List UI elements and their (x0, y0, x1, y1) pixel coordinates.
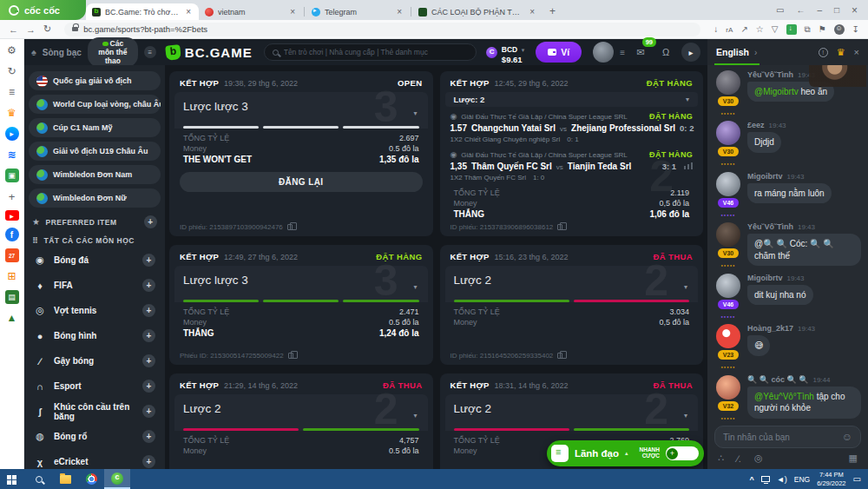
commands-icon[interactable] (737, 453, 741, 464)
notifications-icon[interactable] (656, 43, 675, 62)
chevron-right-icon[interactable] (754, 48, 757, 57)
chat-toggle-icon[interactable] (681, 43, 700, 62)
sport-item[interactable]: Bóng đá (29, 248, 161, 273)
sport-item[interactable]: Vợt tennis (29, 298, 161, 323)
close-tab-icon[interactable]: × (395, 7, 404, 17)
reload-button[interactable] (43, 23, 51, 35)
calendar-icon[interactable] (5, 248, 19, 262)
leaderboard-icon[interactable] (837, 47, 845, 58)
expand-caret-icon[interactable] (413, 412, 417, 420)
bet-summary-panel[interactable]: Lược lược 3 3 (174, 92, 428, 129)
league-item[interactable]: Quốc gia giải vô địch (29, 71, 161, 90)
notification-center-icon[interactable] (853, 474, 861, 484)
search-input[interactable] (284, 48, 468, 56)
crown-icon[interactable] (5, 106, 19, 120)
expand-sport-button[interactable] (142, 405, 155, 418)
collapse-caret-icon[interactable] (686, 96, 689, 103)
avatar[interactable] (716, 70, 740, 95)
maximize-button[interactable] (834, 5, 839, 15)
bet-summary-panel[interactable]: Lược 2 2 (174, 394, 428, 431)
currency-caret-icon[interactable]: ▾ (522, 47, 525, 53)
flag-icon[interactable] (819, 24, 826, 34)
file-explorer-button[interactable] (52, 469, 78, 489)
rain-icon[interactable] (718, 453, 724, 464)
expand-sport-button[interactable] (142, 354, 155, 367)
chat-input[interactable] (723, 433, 837, 442)
sport-item[interactable]: FIFA (29, 273, 161, 298)
reading-list-icon[interactable] (5, 85, 19, 99)
profile-icon[interactable] (834, 24, 845, 35)
sports-tab[interactable]: Các môn thể thao (88, 37, 138, 68)
bet-summary-panel[interactable]: Lược lược 3 3 (174, 266, 428, 302)
tab-vietnam[interactable]: vietnam × (199, 3, 303, 20)
sport-item[interactable]: eCricket (29, 449, 161, 469)
chat-language-selector[interactable]: English (716, 47, 749, 57)
bookmark-icon[interactable] (756, 24, 764, 34)
balance-widget[interactable]: BCD ▾ $9.61 (486, 40, 524, 64)
url-box[interactable]: bc.game/sports?bt-path=%2Fbets (64, 23, 700, 36)
league-item[interactable]: World Cup loại vòng, châu Âu (29, 95, 161, 114)
hamburger-menu-icon[interactable] (144, 46, 156, 58)
sport-item[interactable]: Khúc côn cầu trên băng (29, 399, 161, 424)
match-row[interactable]: Giải Đấu Thực Tế Giả Lập / China Super L… (440, 145, 704, 183)
tab-parts[interactable]: CÁC LOẠI BỘ PHẬN THỂ TH × (412, 3, 542, 20)
coccoc-menu-button[interactable]: cốc cốc (0, 0, 86, 20)
translate-icon[interactable] (726, 24, 733, 34)
sport-item[interactable]: Gậy bóng (29, 348, 161, 373)
facebook-icon[interactable] (5, 228, 19, 241)
network-icon[interactable] (761, 476, 770, 482)
vip-progress-icon[interactable] (620, 48, 625, 57)
input-language[interactable]: ENG (794, 475, 810, 484)
settings-icon[interactable] (5, 43, 19, 57)
bet-summary-panel[interactable]: Lược: 2 (445, 92, 699, 107)
bet-summary-panel[interactable]: Lược 2 2 (445, 394, 699, 431)
match-row[interactable]: Giải Đấu Thực Tế Giả Lập / China Super L… (440, 107, 704, 145)
casino-tab[interactable]: Sòng bạc (43, 48, 82, 57)
sheets-icon[interactable] (5, 290, 19, 304)
bcgame-logo[interactable]: BC.GAME (166, 45, 253, 60)
sport-item[interactable]: Esport (29, 373, 161, 399)
cart-icon[interactable] (5, 269, 19, 283)
stats-icon[interactable] (684, 162, 693, 169)
start-button[interactable] (0, 469, 26, 489)
messenger-icon[interactable] (5, 127, 19, 141)
minimize-button[interactable] (817, 5, 822, 15)
taskbar-search-button[interactable] (26, 469, 52, 489)
clock[interactable]: 7:44 PM6/29/2022 (817, 471, 845, 487)
preferred-section[interactable]: PREFERRED ITEM (32, 215, 157, 228)
add-tool-icon[interactable] (5, 189, 19, 203)
tray-expand-icon[interactable] (750, 475, 754, 484)
download-extension-icon[interactable] (786, 24, 797, 35)
copy-icon[interactable] (557, 224, 562, 230)
game-search[interactable] (264, 43, 477, 61)
expand-sport-button[interactable] (142, 430, 155, 443)
close-window-button[interactable] (852, 4, 858, 17)
emoji-icon[interactable] (842, 431, 852, 443)
chat-rules-icon[interactable] (819, 48, 828, 57)
expand-caret-icon[interactable] (684, 283, 687, 291)
keyboard-icon[interactable] (849, 453, 858, 464)
league-item[interactable]: Wimbledon Đơn Nam (29, 165, 161, 184)
bet-summary-panel[interactable]: Lược 2 2 (445, 266, 699, 302)
copy-icon[interactable] (288, 353, 293, 359)
close-tab-icon[interactable]: × (184, 7, 193, 17)
expand-sport-button[interactable] (142, 380, 155, 393)
add-preferred-button[interactable] (144, 215, 157, 228)
messages-icon[interactable]: 99 (631, 43, 650, 62)
avatar[interactable] (716, 121, 740, 145)
copy-icon[interactable] (557, 353, 562, 359)
tab-telegram[interactable]: Telegram × (306, 3, 410, 20)
expand-caret-icon[interactable] (684, 412, 687, 420)
save-page-icon[interactable] (713, 24, 718, 34)
volume-icon[interactable] (777, 475, 787, 484)
tab-restore-icon[interactable] (796, 5, 805, 15)
downloads-icon[interactable] (852, 24, 859, 34)
expand-sport-button[interactable] (142, 455, 155, 468)
copy-icon[interactable] (287, 224, 293, 230)
share-icon[interactable] (740, 24, 747, 34)
sport-item[interactable]: Bóng hình (29, 323, 161, 348)
forward-button[interactable] (26, 24, 36, 35)
tab-bcgame[interactable]: BC.Game: Trò chơi sòng bạc × (86, 3, 199, 20)
chrome-button[interactable] (78, 469, 104, 489)
all-sports-section[interactable]: TẤT CẢ CÁC MÔN HỌC (32, 236, 157, 245)
